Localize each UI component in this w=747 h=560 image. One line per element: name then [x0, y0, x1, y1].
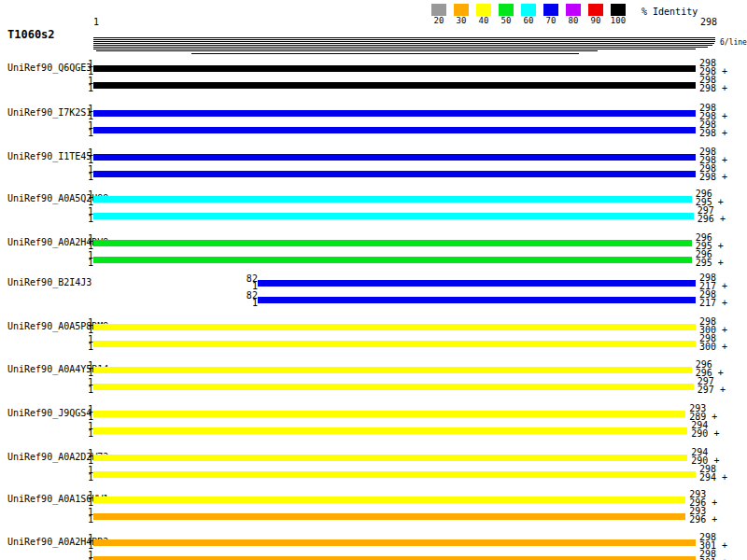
hit-end-label: 300 +	[699, 343, 727, 352]
hit-start-label: 1	[65, 215, 93, 224]
legend-swatch-label: 20	[428, 17, 450, 25]
alignment-bar[interactable]	[93, 257, 692, 263]
legend-swatch-label: 80	[562, 17, 585, 25]
legend-swatch-80	[566, 4, 581, 16]
alignment-bar[interactable]	[93, 341, 696, 347]
hit-start-label: 1	[65, 429, 93, 439]
hit-end-label: 295 +	[696, 259, 724, 268]
legend-swatch-40	[476, 4, 491, 16]
legend-swatch-20	[431, 4, 446, 16]
legend-swatch-70	[543, 4, 558, 16]
alignment-bar[interactable]	[93, 471, 696, 478]
query-hatch-line	[93, 45, 712, 46]
scale-end-label: 298	[700, 18, 717, 27]
alignment-bar[interactable]	[93, 240, 692, 246]
hit-end-label: 298 +	[699, 173, 727, 182]
query-hatch-line	[93, 47, 708, 48]
alignment-bar[interactable]	[93, 497, 685, 503]
alignment-overview: T1060s2 1 298 % Identity 6/line 20304050…	[0, 0, 747, 560]
alignment-bar[interactable]	[93, 324, 696, 330]
alignment-bar[interactable]	[93, 411, 685, 417]
hit-start-label: 1	[65, 385, 93, 395]
alignment-bar[interactable]	[93, 213, 694, 219]
query-hatch-line	[93, 37, 715, 38]
hit-end-label: 297 +	[698, 385, 726, 395]
per-line-label: 6/line	[718, 38, 747, 47]
hit-end-label: 298 +	[699, 129, 727, 138]
hit-start-label: 1	[230, 299, 258, 308]
alignment-bar[interactable]	[93, 384, 694, 390]
legend-swatch-label: 60	[517, 17, 540, 25]
alignment-bar[interactable]	[258, 280, 696, 287]
alignment-bar[interactable]	[93, 110, 696, 117]
alignment-bar[interactable]	[93, 196, 692, 203]
legend-swatch-label: 100	[607, 17, 629, 25]
hit-end-label: 294 +	[699, 473, 727, 483]
page-title: T1060s2	[7, 29, 55, 40]
hit-end-label: 296 +	[689, 515, 717, 525]
alignment-bar[interactable]	[93, 513, 685, 520]
alignment-bar[interactable]	[93, 127, 696, 133]
hit-end-label: 298 +	[699, 84, 727, 93]
legend-swatch-label: 30	[450, 17, 472, 25]
alignment-bar[interactable]	[93, 154, 696, 161]
legend-swatch-30	[454, 4, 469, 16]
alignment-bar[interactable]	[93, 82, 696, 89]
legend-swatch-label: 40	[472, 17, 495, 25]
alignment-bar[interactable]	[93, 367, 692, 373]
legend-swatch-60	[521, 4, 536, 16]
hit-start-label: 1	[65, 515, 93, 525]
hit-label: UniRef90_B2I4J3	[7, 278, 92, 287]
legend-swatch-label: 90	[585, 17, 607, 25]
alignment-bar[interactable]	[93, 539, 696, 546]
query-hatch-line	[93, 39, 715, 40]
scale-start-label: 1	[93, 18, 99, 27]
query-hatch-line	[93, 43, 714, 44]
alignment-bar[interactable]	[93, 556, 696, 560]
query-hatch-line	[96, 50, 598, 51]
query-hatch-line	[93, 49, 696, 49]
alignment-bar[interactable]	[93, 65, 696, 72]
alignment-bar[interactable]	[258, 297, 696, 303]
hit-start-label: 1	[65, 129, 93, 138]
hit-end-label: 290 +	[691, 429, 719, 439]
legend-swatch-label: 50	[495, 17, 517, 25]
hit-start-label: 1	[65, 343, 93, 352]
legend-swatch-label: 70	[540, 17, 562, 25]
alignment-bar[interactable]	[93, 171, 696, 177]
hit-end-label: 217 +	[699, 299, 727, 308]
legend-swatch-50	[499, 4, 514, 16]
alignment-bar[interactable]	[93, 427, 687, 434]
query-hatch-line	[93, 41, 715, 42]
hit-start-label: 1	[65, 473, 93, 483]
hit-start-label: 1	[65, 259, 93, 268]
legend-swatch-100	[611, 4, 626, 16]
hit-end-label: 296 +	[698, 215, 726, 224]
hit-start-label: 1	[65, 84, 93, 93]
alignment-bar[interactable]	[93, 455, 687, 461]
hit-start-label: 1	[65, 173, 93, 182]
legend-swatch-90	[588, 4, 603, 16]
query-hatch-line	[191, 53, 579, 54]
legend-title: % Identity	[641, 7, 698, 17]
